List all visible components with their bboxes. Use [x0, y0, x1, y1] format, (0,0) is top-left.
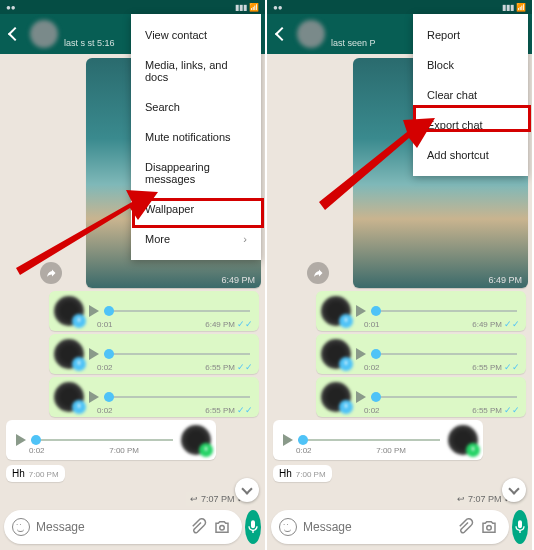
play-icon[interactable] [89, 348, 99, 360]
play-icon[interactable] [283, 434, 293, 446]
read-ticks-icon: ✓✓ [237, 405, 253, 415]
attach-icon[interactable] [456, 518, 474, 536]
message-input-container [4, 510, 242, 544]
message-input[interactable] [36, 520, 186, 534]
contact-avatar[interactable] [30, 20, 58, 48]
menu-clear-chat[interactable]: Clear chat [413, 80, 528, 110]
message-time: 6:49 PM [488, 275, 522, 285]
voice-duration: 0:02 [364, 406, 380, 415]
voice-avatar [321, 339, 351, 369]
voice-timestamp: 7:00 PM [109, 446, 139, 455]
voice-avatar [54, 296, 84, 326]
contact-avatar[interactable] [297, 20, 325, 48]
voice-slider[interactable] [104, 353, 250, 355]
overflow-menu: View contact Media, links, and docs Sear… [131, 14, 261, 260]
voice-timestamp: 6:49 PM✓✓ [472, 319, 520, 329]
voice-slider[interactable] [104, 310, 250, 312]
contact-name [331, 20, 376, 38]
read-ticks-icon: ✓✓ [237, 362, 253, 372]
menu-add-shortcut[interactable]: Add shortcut [413, 140, 528, 170]
voice-timestamp: 7:00 PM [376, 446, 406, 455]
voice-avatar [54, 339, 84, 369]
voice-message-in[interactable]: 0:02 7:00 PM [273, 420, 483, 460]
voice-duration: 0:02 [364, 363, 380, 372]
voice-avatar [54, 382, 84, 412]
phone-right: ●●▮▮▮ 📶 last seen P Report Block Clear c… [267, 0, 532, 550]
voice-message-out[interactable]: 0:02 6:55 PM✓✓ [49, 377, 259, 417]
overflow-submenu: Report Block Clear chat Export chat Add … [413, 14, 528, 176]
voice-message-out[interactable]: 0:01 6:49 PM✓✓ [316, 291, 526, 331]
voice-duration: 0:01 [364, 320, 380, 329]
menu-view-contact[interactable]: View contact [131, 20, 261, 50]
status-bar: ●●▮▮▮ 📶 [267, 0, 532, 14]
play-icon[interactable] [16, 434, 26, 446]
forward-icon[interactable] [40, 262, 62, 284]
read-ticks-icon: ✓✓ [504, 405, 520, 415]
play-icon[interactable] [89, 391, 99, 403]
voice-slider[interactable] [371, 353, 517, 355]
menu-disappearing-messages[interactable]: Disappearing messages [131, 152, 261, 194]
svg-point-3 [487, 526, 492, 531]
status-bar: ●●▮▮▮ 📶 [0, 0, 265, 14]
camera-icon[interactable] [213, 518, 231, 536]
back-icon[interactable] [8, 27, 22, 41]
input-bar [271, 510, 528, 544]
voice-slider[interactable] [298, 439, 440, 441]
voice-message-out[interactable]: 0:02 6:55 PM✓✓ [316, 377, 526, 417]
last-seen: last seen P [331, 38, 376, 48]
mic-button[interactable] [245, 510, 261, 544]
voice-message-out[interactable]: 0:02 6:55 PM✓✓ [316, 334, 526, 374]
voice-duration: 0:02 [296, 446, 312, 455]
voice-duration: 0:02 [29, 446, 45, 455]
last-seen: last s st 5:16 [64, 38, 115, 48]
voice-slider[interactable] [371, 396, 517, 398]
voice-message-out[interactable]: 0:02 6:55 PM✓✓ [49, 334, 259, 374]
voice-avatar [181, 425, 211, 455]
camera-icon[interactable] [480, 518, 498, 536]
play-icon[interactable] [356, 348, 366, 360]
menu-mute-notifications[interactable]: Mute notifications [131, 122, 261, 152]
menu-media-links-docs[interactable]: Media, links, and docs [131, 50, 261, 92]
forward-icon[interactable] [307, 262, 329, 284]
message-input[interactable] [303, 520, 453, 534]
input-bar [4, 510, 261, 544]
mic-badge-icon [466, 443, 480, 457]
svg-point-1 [220, 526, 225, 531]
scroll-down-button[interactable] [235, 478, 259, 502]
mic-button[interactable] [512, 510, 528, 544]
read-ticks-icon: ✓✓ [504, 319, 520, 329]
message-input-container [271, 510, 509, 544]
voice-timestamp: 6:55 PM✓✓ [205, 362, 253, 372]
voice-avatar [321, 382, 351, 412]
voice-duration: 0:02 [97, 406, 113, 415]
voice-avatar [321, 296, 351, 326]
menu-block[interactable]: Block [413, 50, 528, 80]
mic-badge-icon [199, 443, 213, 457]
voice-timestamp: 6:55 PM✓✓ [472, 362, 520, 372]
voice-slider[interactable] [31, 439, 173, 441]
menu-more[interactable]: More [131, 224, 261, 254]
voice-slider[interactable] [371, 310, 517, 312]
menu-export-chat[interactable]: Export chat [413, 110, 528, 140]
play-icon[interactable] [89, 305, 99, 317]
read-ticks-icon: ✓✓ [504, 362, 520, 372]
voice-duration: 0:02 [97, 363, 113, 372]
text-message-in[interactable]: Hh7:00 PM [273, 465, 332, 482]
play-icon[interactable] [356, 305, 366, 317]
scroll-down-button[interactable] [502, 478, 526, 502]
menu-report[interactable]: Report [413, 20, 528, 50]
menu-wallpaper[interactable]: Wallpaper [131, 194, 261, 224]
play-icon[interactable] [356, 391, 366, 403]
voice-message-in[interactable]: 0:02 7:00 PM [6, 420, 216, 460]
voice-slider[interactable] [104, 396, 250, 398]
message-time: 6:49 PM [221, 275, 255, 285]
voice-message-out[interactable]: 0:01 6:49 PM✓✓ [49, 291, 259, 331]
text-message-in[interactable]: Hh7:00 PM [6, 465, 65, 482]
voice-timestamp: 6:55 PM✓✓ [205, 405, 253, 415]
voice-avatar [448, 425, 478, 455]
attach-icon[interactable] [189, 518, 207, 536]
emoji-icon[interactable] [279, 518, 297, 536]
emoji-icon[interactable] [12, 518, 30, 536]
menu-search[interactable]: Search [131, 92, 261, 122]
back-icon[interactable] [275, 27, 289, 41]
